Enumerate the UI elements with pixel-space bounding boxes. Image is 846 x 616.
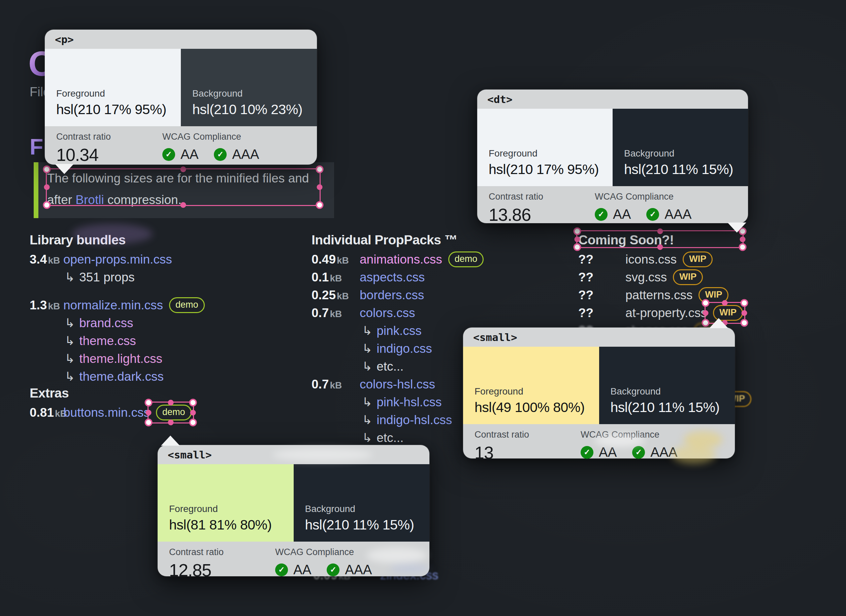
foreground-swatch: Foreground hsl(81 81% 80%) xyxy=(158,464,294,541)
background-swatch: Background hsl(210 11% 15%) xyxy=(294,464,430,541)
background-swatch: Background hsl(210 10% 23%) xyxy=(181,49,317,126)
wcag-aaa-status: ✓AAA xyxy=(632,445,677,460)
list-item: ↳ theme.dark.css xyxy=(29,368,286,386)
list-item: ↳ theme.css xyxy=(29,332,286,350)
file-name-svg: svg.css xyxy=(626,270,667,285)
selection-handle[interactable] xyxy=(574,236,580,242)
child-arrow-icon: ↳ xyxy=(362,342,372,356)
foreground-value: hsl(210 17% 95%) xyxy=(56,102,169,117)
file-name-patterns: patterns.css xyxy=(626,288,692,302)
list-item: ?? patterns.css WIP xyxy=(578,286,787,304)
child-arrow-icon: ↳ xyxy=(65,270,75,285)
file-link-colors[interactable]: colors.css xyxy=(360,306,415,320)
file-link-indigo[interactable]: indigo.css xyxy=(376,342,432,356)
wcag-aa-status: ✓AA xyxy=(581,445,617,460)
file-link-buttons[interactable]: buttons.min.css xyxy=(63,406,150,420)
selection-handle[interactable] xyxy=(43,166,51,173)
check-icon: ✓ xyxy=(162,148,175,161)
demo-badge[interactable]: demo xyxy=(169,297,205,313)
foreground-value: hsl(210 17% 95%) xyxy=(489,161,601,177)
selection-handle[interactable] xyxy=(145,419,153,427)
selection-handle[interactable] xyxy=(740,299,748,307)
tooltip-pointer xyxy=(727,223,746,233)
file-link-aspects[interactable]: aspects.css xyxy=(360,270,425,285)
list-item: 1.3kB normalize.min.css demo xyxy=(29,296,286,314)
note-selection-rect xyxy=(46,168,321,206)
file-link-theme[interactable]: theme.css xyxy=(79,334,136,348)
selection-handle[interactable] xyxy=(739,243,747,251)
list-item: ?? icons.css WIP xyxy=(578,251,787,268)
selection-handle[interactable] xyxy=(146,410,151,415)
etc-label: etc... xyxy=(376,431,404,445)
file-link-pink-hsl[interactable]: pink-hsl.css xyxy=(376,395,442,409)
library-bundles-heading: Library bundles xyxy=(29,232,286,248)
selection-handle[interactable] xyxy=(317,185,323,190)
backdrop-blur-blob xyxy=(366,548,427,563)
selection-handle[interactable] xyxy=(190,410,196,415)
tooltip-tag-label: <p> xyxy=(45,29,317,49)
selection-handle[interactable] xyxy=(181,202,186,208)
list-item: 0.49kB animations.css demo xyxy=(311,251,554,268)
selection-handle[interactable] xyxy=(43,201,51,209)
wip-badge: WIP xyxy=(673,269,703,285)
background-swatch: Background hsl(210 11% 15%) xyxy=(612,109,748,186)
selection-handle[interactable] xyxy=(44,185,50,190)
file-link-colors-hsl[interactable]: colors-hsl.css xyxy=(360,377,435,392)
selection-handle[interactable] xyxy=(189,399,197,407)
selection-handle[interactable] xyxy=(189,419,197,427)
selection-handle[interactable] xyxy=(702,319,709,327)
file-link-borders[interactable]: borders.css xyxy=(360,288,424,302)
list-item: 0.25kB borders.css xyxy=(311,286,554,304)
check-icon: ✓ xyxy=(214,148,227,161)
check-icon: ✓ xyxy=(327,563,339,576)
file-link-brand[interactable]: brand.css xyxy=(79,316,133,330)
selected-demo-badge-wrap: demo xyxy=(150,405,192,421)
child-arrow-icon: ↳ xyxy=(362,395,372,409)
selection-handle[interactable] xyxy=(574,227,581,235)
selection-handle[interactable] xyxy=(316,166,324,173)
check-icon: ✓ xyxy=(595,208,608,221)
background-value: hsl(210 11% 15%) xyxy=(305,517,418,533)
child-arrow-icon: ↳ xyxy=(362,413,372,427)
list-item: ↳ 351 props xyxy=(29,268,286,286)
demo-badge[interactable]: demo xyxy=(448,251,484,267)
tooltip-pointer xyxy=(709,318,728,328)
selection-handle[interactable] xyxy=(702,299,709,307)
selection-handle[interactable] xyxy=(657,244,663,250)
list-item: 0.1kB aspects.css xyxy=(311,268,554,286)
check-icon: ✓ xyxy=(646,208,659,221)
file-name-at-property: at-property.css xyxy=(626,306,707,320)
check-icon: ✓ xyxy=(632,446,645,459)
selection-handle[interactable] xyxy=(168,400,173,406)
list-item: ↳ brand.css xyxy=(29,314,286,332)
wcag-aa-status: ✓AA xyxy=(162,147,198,162)
file-link-animations[interactable]: animations.css xyxy=(360,252,442,267)
check-icon: ✓ xyxy=(581,446,593,459)
contrast-ratio-value: 10.34 xyxy=(56,145,162,165)
selection-handle[interactable] xyxy=(740,236,746,242)
selection-handle[interactable] xyxy=(181,167,186,172)
file-link-theme-dark[interactable]: theme.dark.css xyxy=(79,370,164,384)
selection-handle[interactable] xyxy=(316,201,324,209)
child-arrow-icon: ↳ xyxy=(65,334,75,348)
tooltip-pointer xyxy=(55,164,74,174)
selection-handle[interactable] xyxy=(657,229,663,234)
selection-handle[interactable] xyxy=(574,243,581,251)
file-link-pink[interactable]: pink.css xyxy=(376,324,422,338)
wcag-aa-status: ✓AA xyxy=(275,562,311,577)
library-bundles-section: Library bundles 3.4kB open-props.min.css… xyxy=(29,232,286,421)
selection-handle[interactable] xyxy=(168,420,173,425)
background-value: hsl(210 11% 15%) xyxy=(624,161,737,177)
tooltip-tag-label: <small> xyxy=(463,327,735,347)
selection-handle[interactable] xyxy=(741,310,747,316)
selection-handle[interactable] xyxy=(702,310,708,316)
selection-handle[interactable] xyxy=(740,319,748,327)
selection-handle[interactable] xyxy=(722,300,728,306)
file-link-normalize[interactable]: normalize.min.css xyxy=(63,298,163,312)
file-link-open-props[interactable]: open-props.min.css xyxy=(63,252,172,267)
file-link-indigo-hsl[interactable]: indigo-hsl.css xyxy=(376,413,452,427)
backdrop-blur-blob xyxy=(672,445,716,464)
selection-handle[interactable] xyxy=(145,399,153,407)
file-link-theme-light[interactable]: theme.light.css xyxy=(79,352,162,366)
foreground-swatch: Foreground hsl(210 17% 95%) xyxy=(45,49,181,126)
